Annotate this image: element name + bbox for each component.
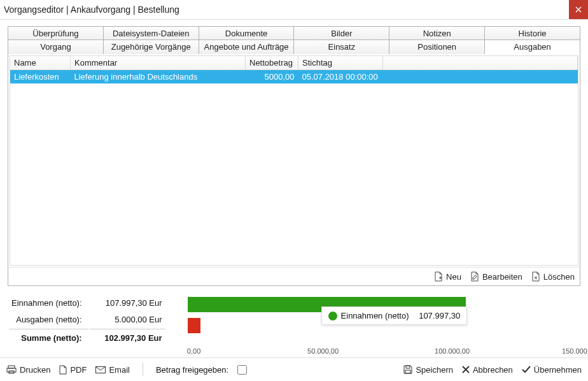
tick-100k: 100.000,00 (435, 347, 470, 355)
svg-rect-1 (7, 368, 16, 372)
email-label: Email (109, 365, 130, 375)
tab-dateisystem[interactable]: Dateisystem-Dateien (103, 26, 199, 40)
pdf-label: PDF (70, 365, 87, 375)
ausgaben-label: Ausgaben (netto): (9, 312, 88, 327)
neu-button[interactable]: Neu (434, 271, 461, 282)
cell-blank (383, 70, 578, 84)
col-name[interactable]: Name (10, 56, 71, 70)
speichern-label: Speichern (416, 365, 453, 375)
abbrechen-label: Abbrechen (473, 365, 513, 375)
svg-rect-5 (405, 370, 410, 373)
svg-rect-0 (8, 366, 15, 368)
tab-positionen[interactable]: Positionen (389, 40, 485, 54)
neu-label: Neu (446, 272, 461, 282)
tabpanel-ausgaben: Name Kommentar Nettobetrag Stichtag Lief… (8, 54, 580, 268)
cell-netto: 5000,00 (246, 70, 298, 84)
col-kommentar[interactable]: Kommentar (71, 56, 246, 70)
speichern-button[interactable]: Speichern (403, 365, 453, 375)
tooltip-dot-icon (328, 312, 337, 320)
tab-dokumente[interactable]: Dokumente (199, 26, 295, 40)
row-toolbar: Neu Bearbeiten Löschen (8, 267, 580, 286)
pdf-icon (59, 365, 67, 375)
cell-kommentar: Lieferung innerhalb Deutschlands (71, 70, 246, 84)
einnahmen-value: 107.997,30 Eur (90, 295, 165, 310)
tab-einsatz[interactable]: Einsatz (293, 40, 389, 54)
loeschen-button[interactable]: Löschen (531, 271, 575, 282)
tick-50k: 50.000,00 (307, 347, 339, 355)
summe-label: Summe (netto): (9, 329, 88, 346)
footer-divider (143, 363, 143, 376)
tab-notizen[interactable]: Notizen (389, 26, 485, 40)
tooltip-value: 107.997,30 (419, 311, 460, 320)
new-icon (434, 271, 443, 282)
check-icon (522, 366, 531, 373)
edit-icon (470, 271, 479, 282)
footer-toolbar: Drucken PDF Email Betrag freigegeben: (0, 357, 588, 381)
window-title: Vorgangseditor | Ankaufvorgang | Bestell… (0, 4, 179, 15)
ausgaben-value: 5.000,00 Eur (90, 312, 165, 327)
printer-icon (6, 365, 17, 374)
table-row[interactable]: Lieferkosten Lieferung innerhalb Deutsch… (10, 70, 578, 84)
tabs-row-2: Vorgang Zugehörige Vorgänge Angebote und… (8, 40, 580, 54)
tab-zugehoerige[interactable]: Zugehörige Vorgänge (103, 40, 199, 54)
svg-rect-4 (406, 366, 410, 368)
col-blank (383, 56, 578, 70)
close-button[interactable] (569, 0, 588, 19)
summe-value: 102.997,30 Eur (90, 329, 165, 346)
expenses-grid[interactable]: Name Kommentar Nettobetrag Stichtag Lief… (10, 56, 578, 83)
pdf-button[interactable]: PDF (59, 365, 87, 375)
loeschen-label: Löschen (543, 272, 575, 282)
tick-0: 0,00 (187, 347, 200, 355)
col-netto[interactable]: Nettobetrag (246, 56, 298, 70)
save-icon (403, 365, 412, 374)
delete-icon (531, 271, 540, 282)
einnahmen-label: Einnahmen (netto): (9, 295, 88, 310)
tabs-row-1: Überprüfung Dateisystem-Dateien Dokument… (8, 26, 580, 40)
chart-bar-ausgaben[interactable] (188, 318, 200, 333)
cancel-icon (462, 366, 470, 373)
tab-vorgang[interactable]: Vorgang (8, 40, 104, 54)
tab-ausgaben[interactable]: Ausgaben (484, 40, 580, 54)
grid-wrap: Name Kommentar Nettobetrag Stichtag Lief… (10, 55, 578, 266)
email-icon (95, 366, 106, 373)
bearbeiten-button[interactable]: Bearbeiten (470, 271, 522, 282)
email-button[interactable]: Email (95, 365, 130, 375)
tab-ueberpruefung[interactable]: Überprüfung (8, 26, 104, 40)
tab-bilder[interactable]: Bilder (293, 26, 389, 40)
freigegeben-checkbox[interactable] (237, 365, 247, 375)
close-icon (575, 6, 582, 13)
chart-tooltip: Einnahmen (netto) 107.997,30 (321, 306, 468, 325)
drucken-label: Drucken (20, 365, 50, 375)
tab-angebote[interactable]: Angebote und Aufträge (199, 40, 295, 54)
summary-table: Einnahmen (netto): 107.997,30 Eur Ausgab… (8, 294, 166, 347)
cell-name: Lieferkosten (10, 70, 71, 84)
drucken-button[interactable]: Drucken (6, 365, 50, 375)
tick-150k: 150.000,00 (562, 347, 588, 355)
uebernehmen-label: Übernehmen (534, 365, 582, 375)
abbrechen-button[interactable]: Abbrechen (462, 365, 513, 375)
cell-stichtag: 05.07.2018 00:00:00 (298, 70, 383, 84)
summary-chart: Einnahmen (netto) 107.997,30 0,00 50.000… (181, 294, 580, 347)
uebernehmen-button[interactable]: Übernehmen (522, 365, 582, 375)
col-stichtag[interactable]: Stichtag (298, 56, 383, 70)
tooltip-label: Einnahmen (netto) (341, 311, 409, 320)
freigegeben-label: Betrag freigegeben: (156, 365, 228, 375)
tab-historie[interactable]: Historie (484, 26, 580, 40)
bearbeiten-label: Bearbeiten (482, 272, 522, 282)
